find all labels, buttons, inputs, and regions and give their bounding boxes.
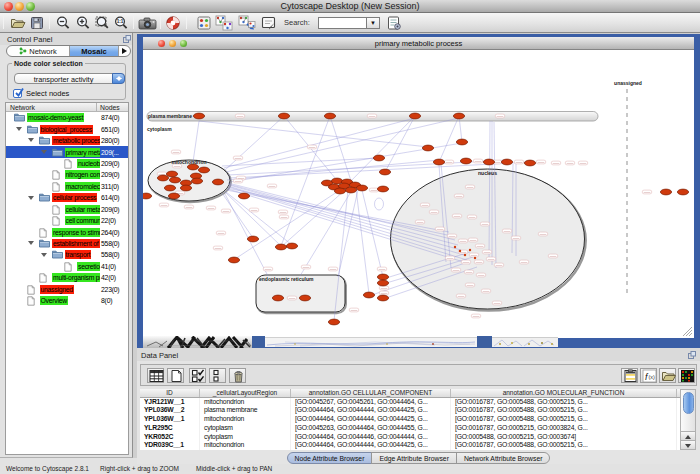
network-node[interactable] [422,145,433,151]
attribute-table-button[interactable] [147,368,164,383]
network-node[interactable] [377,274,388,280]
tab-edge-attribute-browser[interactable]: Edge Attribute Browser [371,452,457,464]
minimize-window-button[interactable] [169,40,176,47]
network-node-small[interactable] [464,254,466,256]
tab-network[interactable]: Network [7,46,70,56]
network-node[interactable] [453,113,464,119]
new-attribute-button[interactable] [167,368,184,383]
background-window-3[interactable] [492,337,558,347]
expand-triangle-icon[interactable] [16,127,22,131]
delete-attribute-button[interactable] [229,368,246,383]
network-node[interactable] [677,189,688,195]
tree-row[interactable]: cell communicatio22(0) [6,215,128,226]
tree-row[interactable]: cellular metaboli209(0) [6,204,128,215]
tree-row[interactable]: multi-organism proc42(0) [6,272,128,283]
network-node[interactable] [334,188,345,194]
network-node[interactable] [275,244,286,250]
network-node[interactable] [483,159,494,165]
scrollbar-thumb[interactable] [683,392,694,414]
network-node[interactable] [299,295,310,301]
unified-view-button[interactable] [209,368,226,383]
tree-row[interactable]: transport558(0) [6,249,128,260]
tab-overflow-button[interactable] [119,46,130,56]
expand-triangle-icon[interactable] [28,138,34,142]
edge[interactable] [345,116,415,187]
edge[interactable] [199,121,428,147]
table-row[interactable]: YPL036W__2plasma membrane[GO:0044464, GO… [140,406,680,415]
edge[interactable] [193,121,199,162]
network-node[interactable] [660,189,671,195]
network-node[interactable] [379,169,390,175]
edge[interactable] [235,190,340,259]
network-node[interactable] [324,113,335,119]
float-panel-icon[interactable] [688,351,696,359]
notes-button[interactable] [621,368,638,383]
select-nodes-checkbox[interactable] [13,89,22,98]
scroll-up-button[interactable] [681,431,695,440]
network-node[interactable] [228,257,239,263]
edge[interactable] [330,116,352,184]
select-attributes-button[interactable] [189,368,206,383]
network-node-small[interactable] [474,257,476,259]
table-column-header[interactable]: annotation.GO MOLECULAR_FUNCTION [451,389,677,397]
edge[interactable] [222,193,253,238]
expand-triangle-icon[interactable] [41,253,47,257]
close-window-button[interactable] [158,40,165,47]
zoom-window-button[interactable] [180,40,187,47]
network-node[interactable] [433,159,444,165]
tree-row[interactable]: nucleobase-cont209(0) [6,158,128,169]
attribute-table[interactable]: ID_cellularLayoutRegionannotation.GO CEL… [140,389,680,450]
function-builder-button[interactable]: f(x) [640,368,657,383]
network-node[interactable] [345,187,356,193]
search-dropdown-button[interactable]: ▼ [366,18,379,28]
tree-row[interactable]: response to stimulu264(0) [6,226,128,237]
network-window-titlebar[interactable]: primary metabolic process [143,37,694,50]
zoom-window-button[interactable] [26,2,35,11]
network-node[interactable] [377,280,388,286]
node-color-combobox[interactable]: transporter activity [14,73,125,84]
tree-row[interactable]: cellular process614(0) [6,192,128,203]
tree-row[interactable]: primary metabolic proc209(... [6,146,128,157]
expand-triangle-icon[interactable] [41,150,47,154]
tab-node-attribute-browser[interactable]: Node Attribute Browser [287,452,373,464]
table-row[interactable]: YDR039C__1mitochondrion[GO:0044464, GO:0… [140,441,680,450]
network-node[interactable] [409,113,420,119]
edge[interactable] [225,116,284,170]
expand-triangle-icon[interactable] [28,196,34,200]
edge[interactable] [440,116,459,160]
float-panel-icon[interactable] [123,35,131,43]
vizmapper-grid-button[interactable] [196,15,212,31]
combobox-stepper[interactable] [112,73,125,84]
edge[interactable] [222,158,379,166]
network-node[interactable] [460,158,471,164]
network-node[interactable] [356,185,367,191]
network-node[interactable] [331,178,342,184]
network-node[interactable] [193,113,204,119]
heatmap-button[interactable] [678,368,695,383]
network-node[interactable] [377,295,388,301]
table-row[interactable]: YJR121W__1mitochondrion[GO:0045267, GO:0… [140,398,680,407]
zoom-actual-button[interactable]: 1:1 [113,15,129,31]
network-node[interactable] [286,243,297,249]
close-window-button[interactable] [4,2,13,11]
network-node[interactable] [272,295,283,301]
table-scrollbar[interactable] [680,389,696,450]
minimize-window-button[interactable] [15,2,24,11]
tree-row[interactable]: mosaic-demo-yeast874(0) [6,112,128,123]
network-node[interactable] [373,155,384,161]
network-node[interactable] [524,160,535,166]
search-settings-button[interactable] [386,15,402,31]
table-row[interactable]: YKR052Ccytoplasm[GO:0044464, GO:0044446,… [140,433,680,442]
table-column-header[interactable]: annotation.GO CELLULAR_COMPONENT [291,389,451,397]
network-node[interactable] [456,139,467,145]
edge[interactable] [356,189,369,294]
help-lifesaver-button[interactable] [165,15,181,31]
edge[interactable] [338,190,358,277]
network-node-small[interactable] [469,249,471,251]
tree-row[interactable]: metabolic process280(0) [6,135,128,146]
expand-triangle-icon[interactable] [28,241,34,245]
tree-row[interactable]: secretion41(0) [6,261,128,272]
tree-row[interactable]: macromolecule m311(0) [6,181,128,192]
tab-network-attribute-browser[interactable]: Network Attribute Browser [456,452,551,464]
edge[interactable] [224,118,415,168]
